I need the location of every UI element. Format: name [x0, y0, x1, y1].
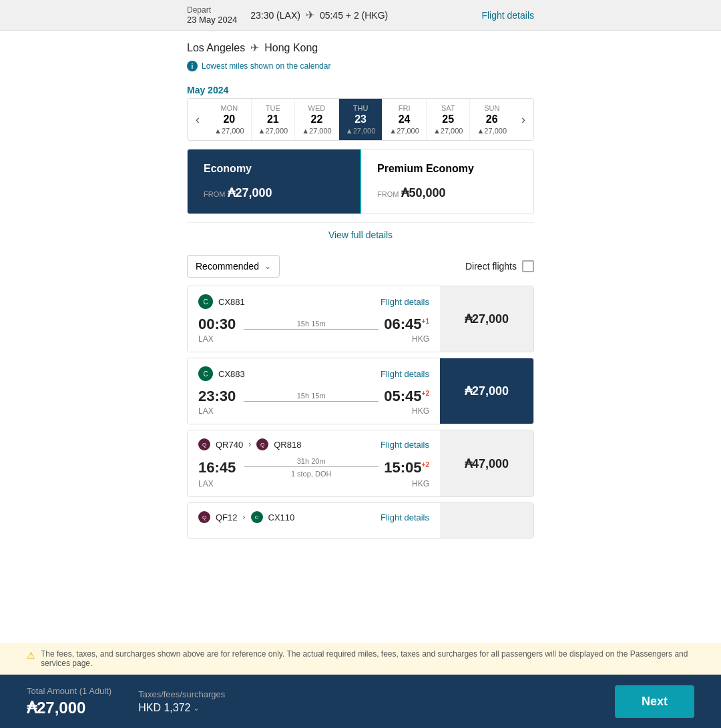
connection-arrow-icon: › [243, 512, 246, 522]
disclaimer-text: The fees, taxes, and surcharges shown ab… [41, 649, 694, 668]
total-label: Total Amount (1 Adult) [27, 686, 111, 696]
flight-num: CX883 [218, 369, 245, 379]
calendar-prev-button[interactable]: ‹ [188, 99, 208, 139]
arrive-airport: HKG [412, 334, 429, 344]
disclaimer-icon: ⚠ [27, 650, 35, 661]
filter-row: Recommended ⌄ Direct flights [187, 247, 534, 286]
calendar-day-20[interactable]: MON 20 ▲27,000 [208, 99, 252, 140]
calendar-next-button[interactable]: › [513, 99, 533, 139]
taxes-chevron-icon[interactable]: ⌄ [193, 703, 200, 713]
header-times: 23:30 (LAX) ✈ 05:45 + 2 (HKG) [250, 9, 388, 21]
month-label: May 2024 [187, 79, 534, 98]
header-depart: Depart 23 May 2024 [187, 5, 237, 25]
info-bar: i Lowest miles shown on the calendar [187, 57, 534, 79]
depart-label: Depart [187, 5, 237, 15]
connection-airline-logo: C [251, 511, 263, 523]
depart-airport: LAX [198, 479, 214, 488]
class-card-premium-economy[interactable]: Premium Economy FROM ₳50,000 [360, 149, 533, 214]
flight-details-button[interactable]: Flight details [381, 512, 429, 522]
depart-time: 23:30 [198, 388, 238, 405]
origin-city: Los Angeles [187, 42, 245, 54]
flight-price: ₳27,000 [440, 286, 533, 352]
flight-details-button[interactable]: Flight details [381, 297, 429, 307]
direct-flights-toggle: Direct flights [465, 260, 534, 272]
flight-price: ₳47,000 [440, 430, 533, 496]
calendar-day-26[interactable]: SUN 26 ▲27,000 [470, 99, 513, 140]
arrive-time: 06:45+1 [384, 316, 429, 333]
airline-logo: C [198, 294, 213, 309]
flights-container: C CX881 Flight details 00:30 15h 15m 06:… [187, 286, 534, 538]
sort-label: Recommended [196, 261, 259, 272]
calendar-day-24[interactable]: FRI 24 ▲27,000 [383, 99, 427, 140]
flight-price: ₳27,000 [440, 358, 533, 424]
flight-details-button[interactable]: Flight details [381, 369, 429, 379]
depart-airport: LAX [198, 334, 214, 344]
calendar-days: MON 20 ▲27,000 TUE 21 ▲27,000 WED 22 ▲27… [208, 99, 513, 140]
connection-flight-num: QR818 [274, 440, 301, 450]
view-full-details-button[interactable]: View full details [187, 222, 534, 247]
taxes-amount: HKD 1,372 ⌄ [138, 702, 225, 714]
flight-duration-line: 31h 20m 1 stop, DOH [244, 457, 379, 478]
calendar-day-23[interactable]: THU 23 ▲27,000 [339, 99, 383, 140]
destination-city: Hong Kong [264, 42, 318, 54]
bottom-bar: Total Amount (1 Adult) ₳27,000 Taxes/fee… [0, 675, 721, 728]
flight-duration-line: 15h 15m [244, 320, 379, 330]
direct-flights-label: Direct flights [465, 261, 517, 272]
calendar-container: ‹ MON 20 ▲27,000 TUE 21 ▲27,000 WED 22 ▲… [187, 98, 534, 141]
flight-card-3[interactable]: Q QF12 › C CX110 Flight details [187, 502, 534, 538]
info-icon: i [187, 61, 198, 71]
header-flight-details-link[interactable]: Flight details [481, 10, 534, 21]
route-bar: Los Angeles ✈ Hong Kong [187, 31, 534, 57]
total-section: Total Amount (1 Adult) ₳27,000 [27, 686, 111, 717]
header-arrive-time: 05:45 + 2 (HKG) [320, 10, 388, 21]
depart-time: 00:30 [198, 316, 238, 333]
calendar-day-22[interactable]: WED 22 ▲27,000 [295, 99, 339, 140]
header-bar: Depart 23 May 2024 23:30 (LAX) ✈ 05:45 +… [0, 0, 721, 31]
calendar-day-21[interactable]: TUE 21 ▲27,000 [252, 99, 296, 140]
airline-logo: C [198, 366, 213, 381]
depart-date: 23 May 2024 [187, 15, 237, 25]
plane-icon: ✈ [306, 9, 314, 21]
next-button[interactable]: Next [615, 685, 694, 718]
calendar-day-25[interactable]: SAT 25 ▲27,000 [427, 99, 471, 140]
route-plane-icon: ✈ [250, 41, 259, 54]
info-text: Lowest miles shown on the calendar [202, 61, 330, 71]
arrive-time: 05:45+2 [384, 388, 429, 405]
header-depart-time: 23:30 (LAX) [250, 10, 300, 21]
total-amount: ₳27,000 [27, 699, 111, 717]
class-selector: Economy FROM ₳27,000 Premium Economy FRO… [187, 149, 534, 214]
connection-flight-num: CX110 [268, 512, 295, 522]
arrive-airport: HKG [412, 479, 429, 488]
main-content: Los Angeles ✈ Hong Kong i Lowest miles s… [0, 31, 721, 651]
airline-logo: Q [198, 438, 210, 450]
flight-card-2[interactable]: Q QR740 › Q QR818 Flight details 16:45 3… [187, 430, 534, 497]
flight-duration-line: 15h 15m [244, 392, 379, 402]
flight-num: CX881 [218, 297, 245, 307]
flight-num: QF12 [216, 512, 238, 522]
stop-info: 1 stop, DOH [291, 470, 332, 478]
taxes-label: Taxes/fees/surcharges [138, 689, 225, 699]
flight-num: QR740 [216, 440, 243, 450]
class-card-economy[interactable]: Economy FROM ₳27,000 [188, 149, 360, 214]
disclaimer-bar: ⚠ The fees, taxes, and surcharges shown … [0, 643, 721, 675]
flight-details-button[interactable]: Flight details [381, 440, 429, 450]
arrive-airport: HKG [412, 406, 429, 416]
connection-arrow-icon: › [248, 440, 251, 449]
taxes-section: Taxes/fees/surcharges HKD 1,372 ⌄ [138, 689, 225, 714]
airline-logo: Q [198, 511, 210, 523]
sort-dropdown[interactable]: Recommended ⌄ [187, 255, 280, 278]
connection-airline-logo: Q [256, 438, 268, 450]
arrive-time: 15:05+2 [384, 459, 429, 476]
flight-card-0[interactable]: C CX881 Flight details 00:30 15h 15m 06:… [187, 286, 534, 352]
depart-airport: LAX [198, 406, 214, 416]
flight-card-1[interactable]: C CX883 Flight details 23:30 15h 15m 05:… [187, 358, 534, 424]
flight-price-box [440, 503, 533, 538]
depart-time: 16:45 [198, 459, 238, 476]
sort-chevron-icon: ⌄ [264, 262, 271, 271]
direct-flights-checkbox[interactable] [522, 260, 534, 272]
